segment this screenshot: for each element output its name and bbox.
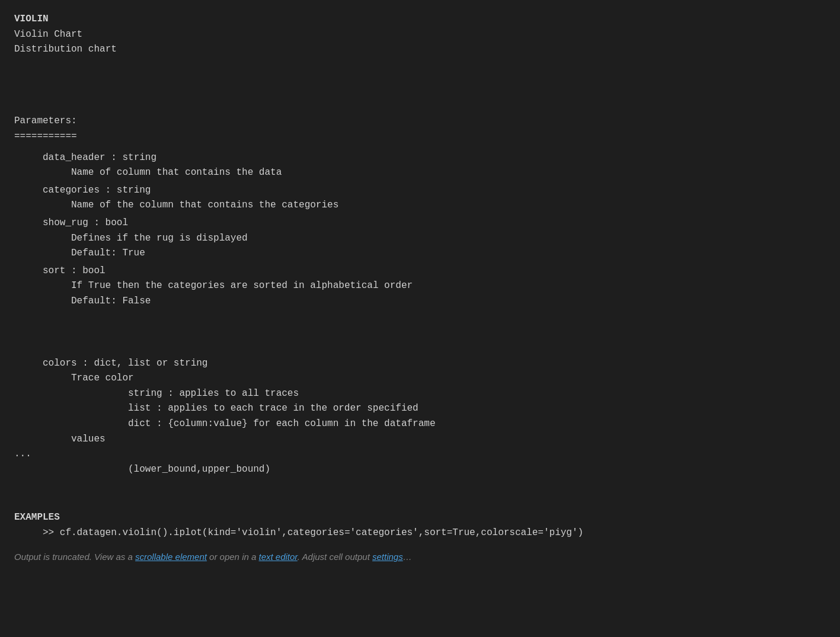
param-show-rug-name: show_rug : bool xyxy=(14,216,826,231)
param-colors-dict-line: dict : {column:value} for each column in… xyxy=(14,417,826,432)
param-categories: categories : string Name of the column t… xyxy=(14,183,826,213)
params-header: Parameters: xyxy=(14,114,826,129)
param-sort: sort : bool If True then the categories … xyxy=(14,264,826,309)
param-sort-desc: If True then the categories are sorted i… xyxy=(14,279,826,294)
param-sort-default: Default: False xyxy=(14,294,826,309)
param-categories-name: categories : string xyxy=(14,183,826,199)
param-colors-trace-desc: Trace color xyxy=(14,371,826,386)
text-editor-link[interactable]: text editor xyxy=(258,552,297,562)
doc-container: VIOLIN Violin Chart Distribution chart P… xyxy=(14,12,826,564)
footer-text-before: Output is truncated. View as a xyxy=(14,552,135,562)
param-show-rug-desc: Defines if the rug is displayed xyxy=(14,231,826,247)
param-colors-string-line: string : applies to all traces xyxy=(14,386,826,402)
param-show-rug-default: Default: True xyxy=(14,246,826,261)
examples-section: EXAMPLES >> cf.datagen.violin().iplot(ki… xyxy=(14,510,826,540)
param-colors-values: values xyxy=(14,432,826,447)
violin-chart-label: Violin Chart xyxy=(14,27,826,43)
scrollable-element-link[interactable]: scrollable element xyxy=(135,552,207,562)
param-sort-name: sort : bool xyxy=(14,264,826,279)
footer: Output is truncated. View as a scrollabl… xyxy=(14,550,826,564)
lower-bound-line: (lower_bound,upper_bound) xyxy=(14,462,826,478)
distribution-label: Distribution chart xyxy=(14,42,826,57)
separator: =========== xyxy=(14,129,826,145)
examples-header: EXAMPLES xyxy=(14,510,826,526)
footer-text-middle: or open in a xyxy=(207,552,259,562)
ellipsis: ... xyxy=(14,447,826,462)
param-colors-list-line: list : applies to each trace in the orde… xyxy=(14,401,826,417)
param-data-header-desc: Name of column that contains the data xyxy=(14,165,826,181)
param-data-header: data_header : string Name of column that… xyxy=(14,151,826,181)
footer-text-after: . Adjust cell output xyxy=(298,552,372,562)
param-colors-name: colors : dict, list or string xyxy=(14,356,826,372)
title-section: VIOLIN Violin Chart Distribution chart xyxy=(14,12,826,57)
footer-ellipsis: … xyxy=(403,552,412,562)
param-data-header-name: data_header : string xyxy=(14,151,826,166)
param-categories-desc: Name of the column that contains the cat… xyxy=(14,198,826,213)
param-show-rug: show_rug : bool Defines if the rug is di… xyxy=(14,216,826,261)
colors-section: colors : dict, list or string Trace colo… xyxy=(14,356,826,447)
example-code: >> cf.datagen.violin().iplot(kind='violi… xyxy=(14,526,826,541)
settings-link[interactable]: settings xyxy=(372,552,403,562)
violin-label: VIOLIN xyxy=(14,12,826,27)
